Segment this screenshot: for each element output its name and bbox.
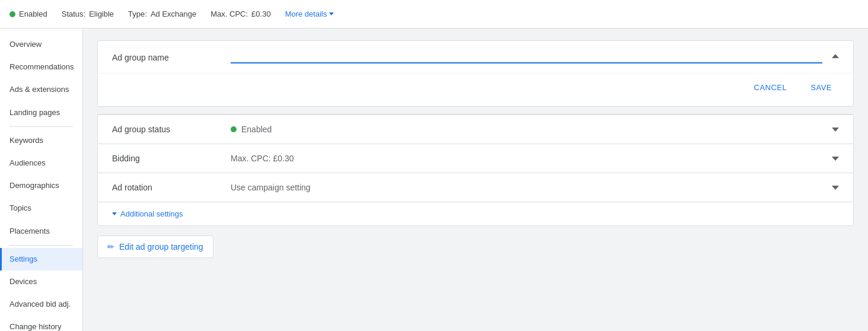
sidebar-divider-after-landing-pages: [9, 126, 73, 127]
ad-group-status-chevron-icon[interactable]: [832, 128, 839, 132]
sidebar-item-demographics[interactable]: Demographics: [0, 174, 82, 197]
top-bar: Enabled Status: Eligible Type: Ad Exchan…: [0, 0, 868, 28]
sidebar-item-landing-pages[interactable]: Landing pages: [0, 101, 82, 124]
ad-rotation-label: Ad rotation: [112, 183, 231, 192]
max-cpc-prefix: Max. CPC:: [210, 9, 248, 18]
more-details-label: More details: [285, 9, 327, 18]
additional-settings-link[interactable]: Additional settings: [112, 209, 839, 218]
ad-group-name-value-area: [231, 50, 822, 63]
bidding-value: Max. CPC: £0.30: [231, 154, 822, 163]
ad-group-name-label: Ad group name: [112, 50, 231, 62]
bidding-label: Bidding: [112, 154, 231, 163]
main-layout: OverviewRecommendationsAds & extensionsL…: [0, 28, 868, 331]
ad-rotation-row[interactable]: Ad rotation Use campaign setting: [98, 173, 853, 202]
additional-settings-row: Additional settings: [98, 202, 853, 225]
type-item: Type: Ad Exchange: [128, 9, 196, 18]
additional-settings-chevron-icon: [112, 212, 117, 215]
max-cpc-item: Max. CPC: £0.30: [210, 9, 270, 18]
ad-group-name-section: Ad group name: [98, 41, 853, 73]
ad-group-name-card: Ad group name CANCEL SAVE: [97, 40, 854, 107]
bidding-row[interactable]: Bidding Max. CPC: £0.30: [98, 144, 853, 173]
sidebar-divider-after-placements: [9, 245, 73, 246]
status-dot-green-icon: [231, 126, 237, 132]
ad-group-status-label: Ad group status: [112, 125, 231, 134]
sidebar-item-placements[interactable]: Placements: [0, 220, 82, 243]
sidebar-item-change-history[interactable]: Change history: [0, 316, 82, 331]
edit-targeting-button[interactable]: ✏ Edit ad group targeting: [97, 235, 213, 258]
ad-rotation-chevron-icon[interactable]: [832, 186, 839, 190]
type-prefix: Type:: [128, 9, 147, 18]
enabled-status: Enabled: [9, 9, 47, 18]
status-prefix: Status:: [62, 9, 85, 18]
pencil-icon: ✏: [107, 242, 114, 252]
cancel-button[interactable]: CANCEL: [747, 78, 794, 97]
enabled-dot-icon: [9, 11, 15, 17]
content-area: Ad group name CANCEL SAVE Ad group statu…: [83, 28, 868, 331]
sidebar-item-overview[interactable]: Overview: [0, 33, 82, 56]
sidebar-item-keywords[interactable]: Keywords: [0, 129, 82, 152]
bidding-chevron-icon[interactable]: [832, 157, 839, 161]
chevron-down-icon: [329, 12, 334, 15]
settings-card: Ad group status Enabled Bidding Max. CPC…: [97, 114, 854, 226]
edit-targeting-label: Edit ad group targeting: [119, 242, 203, 252]
ad-rotation-value: Use campaign setting: [231, 183, 822, 192]
ad-group-status-row[interactable]: Ad group status Enabled: [98, 114, 853, 144]
sidebar-item-advanced-bid-adj[interactable]: Advanced bid adj.: [0, 293, 82, 316]
status-value: Eligible: [89, 9, 114, 18]
sidebar-item-recommendations[interactable]: Recommendations: [0, 56, 82, 78]
save-button[interactable]: SAVE: [803, 78, 839, 97]
sidebar-item-devices[interactable]: Devices: [0, 270, 82, 293]
card-actions: CANCEL SAVE: [98, 73, 853, 106]
sidebar-item-ads-extensions[interactable]: Ads & extensions: [0, 78, 82, 101]
collapse-icon[interactable]: [832, 54, 839, 58]
ad-group-name-input[interactable]: [231, 50, 822, 60]
sidebar-item-audiences[interactable]: Audiences: [0, 152, 82, 174]
enabled-label: Enabled: [19, 9, 47, 18]
sidebar-item-settings[interactable]: Settings: [0, 248, 82, 270]
sidebar-item-topics[interactable]: Topics: [0, 197, 82, 219]
type-value: Ad Exchange: [151, 9, 196, 18]
more-details-link[interactable]: More details: [285, 9, 334, 18]
ad-group-status-value: Enabled: [231, 125, 822, 134]
ad-group-status-text: Enabled: [241, 125, 272, 134]
max-cpc-value: £0.30: [251, 9, 271, 18]
ad-group-name-input-wrapper: [231, 50, 822, 63]
sidebar: OverviewRecommendationsAds & extensionsL…: [0, 28, 83, 331]
additional-settings-label: Additional settings: [120, 209, 183, 218]
status-item: Status: Eligible: [62, 9, 114, 18]
